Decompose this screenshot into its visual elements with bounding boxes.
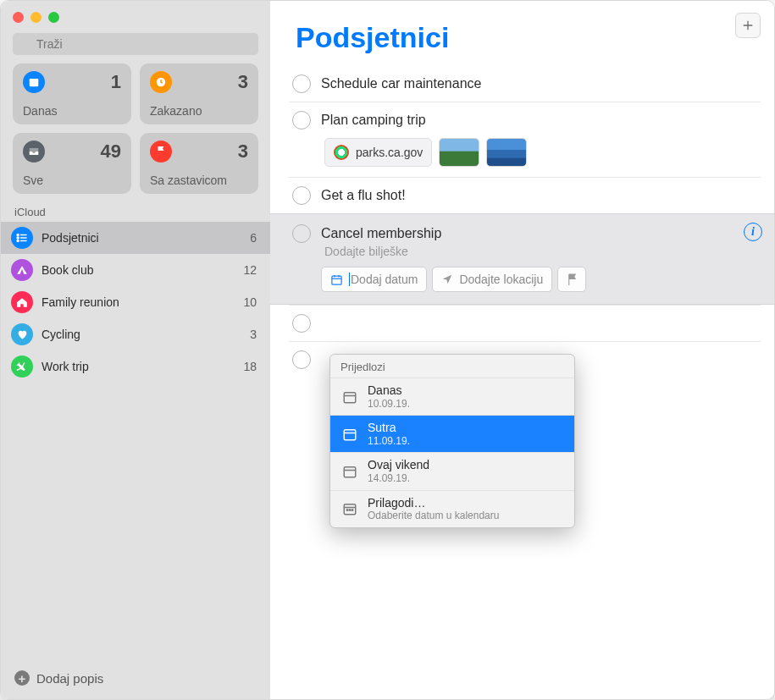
plane-icon <box>11 356 33 378</box>
complete-toggle[interactable] <box>292 224 311 243</box>
date-suggestions-popup: Prijedlozi Danas 10.09.19. Sutra 11.09.1… <box>329 354 575 528</box>
smart-scheduled-label: Zakazano <box>150 104 248 118</box>
sidebar: 1 Danas 3 Zakazano 49 <box>1 1 270 699</box>
maximize-window-button[interactable] <box>48 12 59 23</box>
calendar-icon <box>23 71 45 93</box>
list-count: 18 <box>243 360 257 373</box>
svg-point-9 <box>17 240 19 241</box>
suggestion-tomorrow[interactable]: Sutra 11.09.19. <box>330 415 574 452</box>
flag-icon <box>150 141 172 163</box>
section-icloud: iCloud <box>1 204 270 222</box>
suggestion-label: Ovaj vikend <box>368 458 429 472</box>
smart-today-count: 1 <box>111 71 121 93</box>
house-icon <box>11 291 33 313</box>
suggestion-label: Sutra <box>368 421 410 435</box>
suggestion-weekend[interactable]: Ovaj vikend 14.09.19. <box>330 452 574 489</box>
smart-flagged-count: 3 <box>238 141 248 163</box>
calendar-icon <box>330 273 343 286</box>
clock-icon <box>150 71 172 93</box>
list-title: Podsjetnici <box>296 9 449 63</box>
reminder-title: Cancel membership <box>321 226 441 241</box>
smart-scheduled-count: 3 <box>238 71 248 93</box>
notes-placeholder[interactable]: Dodajte bilješke <box>289 245 764 267</box>
svg-point-5 <box>17 234 19 235</box>
search-field[interactable] <box>13 33 258 55</box>
smart-all[interactable]: 49 Sve <box>13 133 131 194</box>
svg-rect-13 <box>332 276 341 284</box>
complete-toggle[interactable] <box>292 350 311 369</box>
reminder-item[interactable] <box>289 305 761 341</box>
image-attachment[interactable] <box>486 138 527 167</box>
svg-point-25 <box>346 510 348 511</box>
suggestion-sub: Odaberite datum u kalendaru <box>368 510 499 521</box>
list-podsjetnici[interactable]: Podsjetnici 6 <box>1 222 270 254</box>
flag-button[interactable] <box>557 267 586 292</box>
reminder-title: Schedule car maintenance <box>321 76 481 91</box>
list-name: Work trip <box>42 360 235 373</box>
add-date-label: Dodaj datum <box>349 273 418 286</box>
svg-rect-3 <box>30 79 39 81</box>
svg-point-7 <box>17 237 19 239</box>
list-name: Family reunion <box>42 295 235 309</box>
titlebar <box>1 1 270 33</box>
add-date-button[interactable]: Dodaj datum <box>321 267 427 292</box>
info-button[interactable]: i <box>744 223 762 241</box>
svg-point-27 <box>352 510 353 511</box>
suggestion-label: Prilagodi… <box>368 496 499 510</box>
list-book-club[interactable]: Book club 12 <box>1 254 270 286</box>
suggestion-custom[interactable]: Prilagodi… Odaberite datum u kalendaru <box>330 490 574 527</box>
smart-lists: 1 Danas 3 Zakazano 49 <box>1 63 270 204</box>
complete-toggle[interactable] <box>292 74 311 93</box>
plus-circle-icon: + <box>14 670 30 686</box>
list-count: 10 <box>243 295 257 309</box>
popup-header: Prijedlozi <box>330 355 574 378</box>
add-location-button[interactable]: Dodajte lokaciju <box>432 267 552 292</box>
link-label: parks.ca.gov <box>356 146 423 159</box>
smart-today[interactable]: 1 Danas <box>13 63 131 124</box>
suggestion-label: Danas <box>368 383 410 398</box>
calendar-icon <box>340 462 359 481</box>
reminder-editing[interactable]: i Cancel membership Dodajte bilješke Dod… <box>270 213 774 305</box>
svg-rect-17 <box>344 392 356 402</box>
reminder-item[interactable]: Get a flu shot! <box>289 177 761 213</box>
suggestion-date: 14.09.19. <box>368 472 429 484</box>
list-work-trip[interactable]: Work trip 18 <box>1 350 270 383</box>
list-name: Book club <box>42 263 235 277</box>
smart-all-count: 49 <box>101 141 121 163</box>
smart-scheduled[interactable]: 3 Zakazano <box>140 63 258 124</box>
add-list-button[interactable]: + Dodaj popis <box>1 660 270 699</box>
main-panel: Podsjetnici Schedule car maintenance Pla… <box>270 1 774 699</box>
heart-icon <box>11 323 33 345</box>
tray-icon <box>23 141 45 163</box>
complete-toggle[interactable] <box>292 314 311 333</box>
svg-rect-19 <box>344 430 356 440</box>
complete-toggle[interactable] <box>292 186 311 205</box>
link-attachment[interactable]: parks.ca.gov <box>324 138 432 167</box>
image-attachment[interactable] <box>439 138 479 167</box>
suggestion-today[interactable]: Danas 10.09.19. <box>330 378 574 415</box>
search-input[interactable] <box>13 33 258 55</box>
calendar-icon <box>340 499 359 518</box>
smart-all-label: Sve <box>23 174 121 187</box>
add-reminder-button[interactable] <box>735 13 761 38</box>
suggestion-date: 10.09.19. <box>368 398 410 410</box>
smart-flagged[interactable]: 3 Sa zastavicom <box>140 133 258 194</box>
list-cycling[interactable]: Cycling 3 <box>1 318 270 350</box>
app-window: 1 Danas 3 Zakazano 49 <box>0 0 775 700</box>
calendar-icon <box>340 388 359 406</box>
reminder-item[interactable]: Plan camping trip parks.ca.gov <box>289 102 761 177</box>
reminder-item[interactable]: Schedule car maintenance <box>289 66 761 102</box>
smart-flagged-label: Sa zastavicom <box>150 174 248 187</box>
reminder-title: Get a flu shot! <box>321 188 406 203</box>
list-name: Podsjetnici <box>42 231 241 245</box>
reminder-title: Plan camping trip <box>321 113 426 128</box>
minimize-window-button[interactable] <box>30 12 42 23</box>
plus-icon <box>741 19 755 32</box>
complete-toggle[interactable] <box>292 111 311 130</box>
list-family-reunion[interactable]: Family reunion 10 <box>1 286 270 318</box>
location-icon <box>441 273 453 285</box>
favicon-icon <box>334 145 349 160</box>
flag-icon <box>567 273 578 286</box>
close-window-button[interactable] <box>13 12 24 23</box>
list-count: 12 <box>243 263 257 277</box>
